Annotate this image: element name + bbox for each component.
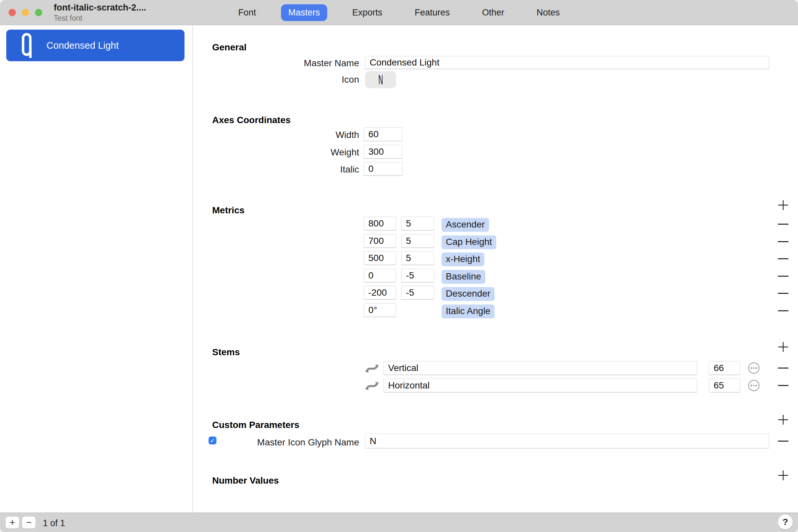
master-count-label: 1 of 1 [43,518,65,528]
font-info-window: font-italic-scratch-2.... Test font Font… [0,0,798,532]
metric-token-descender[interactable]: Descender [441,287,494,301]
stem-direction-icon [364,363,380,373]
stem-value-input[interactable] [709,379,740,393]
axis-weight-label: Weight [212,147,359,158]
remove-metric-button[interactable] [777,257,789,269]
remove-metric-button[interactable] [777,309,789,321]
condensed-a-glyph-icon [22,33,33,58]
stem-options-button[interactable] [748,380,759,391]
stem-options-button[interactable] [748,362,759,374]
axis-weight-input[interactable] [364,145,402,159]
axis-width-label: Width [212,130,359,140]
master-icon-well[interactable]: N [365,71,396,88]
axis-width-input[interactable] [364,128,402,141]
remove-metric-button[interactable] [777,274,789,286]
master-settings-panel: General Master Name Icon N Axes Coordina… [193,25,798,513]
tab-features[interactable]: Features [407,4,457,21]
stem-direction-icon [364,381,380,391]
add-metric-button[interactable] [777,199,789,211]
help-button[interactable]: ? [778,515,793,529]
metrics-heading: Metrics [212,205,244,216]
metric-value-input[interactable] [364,251,396,265]
master-list-item[interactable]: Condensed Light [6,30,184,61]
stem-name-input[interactable] [383,379,697,393]
tab-font[interactable]: Font [231,4,263,21]
metric-value-input[interactable] [364,286,396,300]
font-info-tabs: Font Masters Exports Features Other Note… [0,0,798,25]
remove-stem-button[interactable] [777,366,789,378]
remove-stem-button[interactable] [777,384,789,396]
metric-token-italic-angle[interactable]: Italic Angle [441,305,494,318]
add-master-button[interactable]: + [5,516,19,529]
stems-heading: Stems [212,347,240,358]
master-icon-glyph: N [378,72,383,87]
number-values-heading: Number Values [212,475,279,486]
metric-value-input[interactable] [364,216,396,230]
add-custom-parameter-button[interactable] [777,414,789,426]
metric-value-input[interactable] [364,234,396,248]
metric-offset-input[interactable] [401,234,434,248]
master-name-input[interactable] [365,56,769,69]
metric-token-cap-height[interactable]: Cap Height [441,235,496,249]
tab-other[interactable]: Other [475,4,512,21]
metric-token-baseline[interactable]: Baseline [441,270,485,284]
bottombar: + − 1 of 1 ? [0,513,798,532]
remove-metric-button[interactable] [777,240,789,252]
metric-offset-input[interactable] [401,269,434,283]
metric-offset-input[interactable] [401,251,434,265]
master-name-label: Condensed Light [47,40,119,51]
metric-token-x-height[interactable]: x-Height [441,252,484,266]
metric-offset-input[interactable] [401,286,434,300]
tab-masters[interactable]: Masters [281,4,327,21]
custom-parameters-heading: Custom Parameters [212,420,300,430]
add-stem-button[interactable] [777,341,789,353]
stem-name-input[interactable] [383,361,697,375]
icon-field-label: Icon [212,74,359,85]
titlebar: font-italic-scratch-2.... Test font Font… [0,0,798,25]
add-number-value-button[interactable] [777,470,789,481]
metric-offset-input[interactable] [401,216,434,230]
axis-italic-input[interactable] [364,162,402,176]
remove-metric-button[interactable] [777,223,789,234]
custom-parameter-name-label: Master Icon Glyph Name [212,437,359,448]
metric-value-input[interactable] [364,269,396,283]
general-heading: General [212,42,247,53]
axis-italic-label: Italic [212,164,359,175]
metric-value-input[interactable] [364,303,396,317]
custom-parameter-value-input[interactable] [365,434,769,449]
tab-notes[interactable]: Notes [529,4,567,21]
remove-custom-parameter-button[interactable] [777,439,789,451]
remove-master-button[interactable]: − [22,516,36,529]
tab-exports[interactable]: Exports [345,4,390,21]
master-name-field-label: Master Name [212,58,359,69]
axes-heading: Axes Coordinates [212,115,291,126]
remove-metric-button[interactable] [777,292,789,304]
stem-value-input[interactable] [709,361,740,375]
masters-sidebar: Condensed Light [0,25,193,513]
metric-token-ascender[interactable]: Ascender [441,218,489,232]
